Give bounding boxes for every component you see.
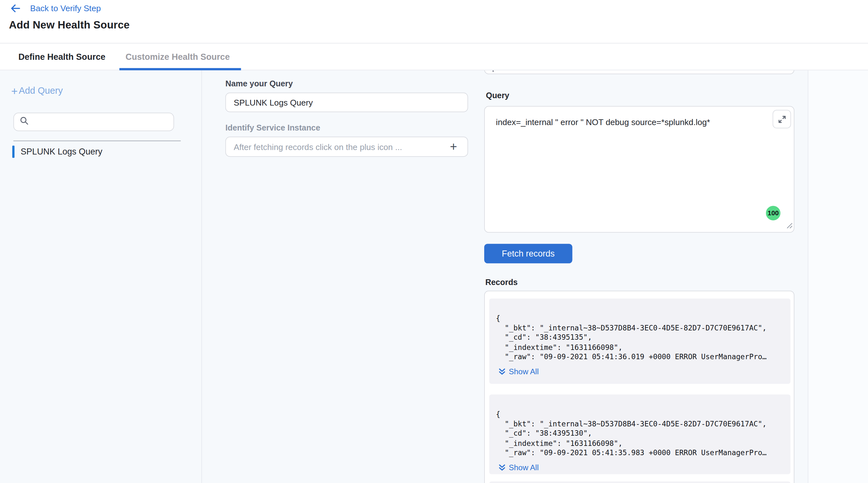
add-query-label: Add Query bbox=[19, 85, 63, 96]
query-textarea[interactable]: index=_internal " error " NOT debug sour… bbox=[484, 106, 795, 233]
fetch-records-button[interactable]: Fetch records bbox=[484, 244, 572, 263]
double-chevron-down-icon bbox=[499, 464, 505, 471]
json-line: "_bkt": "_internal~38~D537D8B4-3EC0-4D5E… bbox=[496, 419, 784, 429]
plus-icon: + bbox=[11, 86, 18, 96]
service-instance-label: Identify Service Instance bbox=[225, 123, 320, 132]
query-sidebar: + Add Query SPLUNK Logs Query bbox=[0, 70, 202, 483]
query-search-box bbox=[13, 113, 174, 131]
content-area: + Add Query SPLUNK Logs Query Name your … bbox=[0, 70, 868, 483]
json-line: { bbox=[496, 313, 784, 323]
tab-define-health-source[interactable]: Define Health Source bbox=[19, 43, 105, 70]
tab-bar: Define Health Source Customize Health So… bbox=[0, 43, 868, 70]
record-card: { "_bkt": "_internal~38~D537D8B4-3EC0-4D… bbox=[489, 394, 790, 474]
sidebar-item-splunk-logs-query[interactable]: SPLUNK Logs Query bbox=[12, 146, 102, 158]
query-label: Query bbox=[486, 91, 509, 100]
query-item-label: SPLUNK Logs Query bbox=[21, 147, 102, 157]
add-service-instance-icon[interactable]: + bbox=[443, 137, 464, 157]
record-card: { "_bkt": "_internal~38~D537D8B4-3EC0-4D… bbox=[489, 298, 790, 384]
query-name-input[interactable] bbox=[225, 93, 468, 112]
selected-indicator-bar bbox=[12, 146, 14, 158]
json-line: "_cd": "38:4395135", bbox=[496, 333, 784, 342]
right-gutter bbox=[808, 70, 868, 483]
page-title: Add New Health Source bbox=[9, 19, 129, 31]
record-card bbox=[489, 481, 790, 483]
service-instance-input[interactable] bbox=[225, 137, 468, 157]
show-all-link[interactable]: Show All bbox=[499, 463, 783, 472]
json-line: "_raw": "09-09-2021 05:41:36.019 +0000 E… bbox=[496, 352, 784, 361]
json-line: "_indextime": "1631166098", bbox=[496, 438, 784, 448]
back-arrow-icon bbox=[10, 4, 21, 12]
expand-query-button[interactable] bbox=[773, 110, 791, 129]
double-chevron-down-icon bbox=[499, 368, 505, 375]
expand-icon bbox=[777, 115, 786, 123]
tab-customize-health-source[interactable]: Customize Health Source bbox=[125, 43, 229, 70]
cropped-top-input[interactable] bbox=[484, 70, 795, 74]
query-text[interactable]: index=_internal " error " NOT debug sour… bbox=[496, 117, 761, 127]
back-link-label: Back to Verify Step bbox=[30, 3, 101, 13]
back-link[interactable]: Back to Verify Step bbox=[10, 3, 101, 13]
page-header: Back to Verify Step Add New Health Sourc… bbox=[0, 0, 868, 43]
show-all-label: Show All bbox=[509, 463, 539, 472]
record-count-badge: 100 bbox=[766, 206, 780, 220]
textarea-resize-grip[interactable] bbox=[785, 221, 793, 231]
records-label: Records bbox=[485, 278, 518, 287]
records-container: { "_bkt": "_internal~38~D537D8B4-3EC0-4D… bbox=[484, 291, 795, 483]
json-line: "_cd": "38:4395130", bbox=[496, 429, 784, 438]
show-all-link[interactable]: Show All bbox=[499, 367, 783, 376]
sidebar-divider bbox=[13, 141, 181, 141]
json-line: "_bkt": "_internal~38~D537D8B4-3EC0-4D5E… bbox=[496, 323, 784, 333]
search-icon bbox=[20, 116, 29, 128]
search-input[interactable] bbox=[34, 113, 174, 130]
json-line: "_raw": "09-09-2021 05:41:35.983 +0000 E… bbox=[496, 448, 784, 457]
cropped-text-fragment bbox=[493, 70, 494, 72]
show-all-label: Show All bbox=[509, 367, 539, 376]
name-query-label: Name your Query bbox=[225, 79, 293, 88]
active-tab-underline bbox=[119, 68, 241, 70]
add-health-source-page: Back to Verify Step Add New Health Sourc… bbox=[0, 0, 868, 483]
json-line: "_indextime": "1631166098", bbox=[496, 342, 784, 352]
add-query-button[interactable]: + Add Query bbox=[11, 85, 63, 96]
json-line: { bbox=[496, 410, 784, 419]
